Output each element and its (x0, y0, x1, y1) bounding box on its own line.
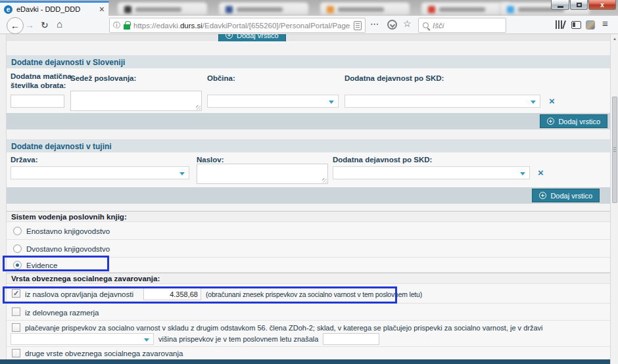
reload-button[interactable]: ↻ (41, 20, 49, 30)
sidebar-icon[interactable] (571, 21, 581, 29)
sedez-poslovanja-textarea[interactable] (70, 91, 202, 111)
window-restore-button[interactable] (570, 0, 588, 10)
section-title: Vrsta obveznega socialnega zavarovanja: (11, 275, 160, 283)
page-footer-bar (0, 359, 611, 364)
radio-dvostavno[interactable] (13, 244, 22, 253)
page-info-icon[interactable]: ⓘ (113, 20, 120, 30)
page-content: Dodaj vrstico Dodatne dejavnosti v Slove… (7, 34, 610, 364)
field-label-sedez: Sedež poslovanja: (70, 74, 136, 83)
checkbox-label[interactable]: iz delovnega razmerja (25, 309, 99, 317)
library-icon[interactable] (556, 20, 566, 30)
radio-evidence[interactable] (13, 261, 22, 269)
section-title: Dodatne dejavnosti v tujini (11, 142, 112, 151)
window-controls: x (550, 0, 616, 10)
pocket-icon[interactable] (387, 20, 397, 30)
skd-select-tujina[interactable] (333, 166, 530, 179)
checkbox-label[interactable]: iz naslova opravljanja dejavnosti (25, 290, 133, 298)
checkbox-razmerje[interactable] (12, 307, 20, 316)
scroll-up-icon[interactable]: ▲ (611, 37, 618, 41)
checkbox-label[interactable]: plačevanje prispevkov za socialno varnos… (25, 324, 543, 332)
amount-note: (obračunani znesek prispevkov za socialn… (206, 290, 422, 298)
chevron-down-icon (179, 172, 185, 175)
forward-button[interactable]: → (25, 20, 34, 30)
drzava-select[interactable] (11, 166, 189, 179)
radio-label[interactable]: Enostavno knjigovodstvo (26, 227, 110, 235)
home-button[interactable]: ⌂ (57, 20, 62, 29)
url-domain: durs.si (180, 22, 202, 30)
visina-text: višina prispevkov je v tem poslovnem let… (158, 335, 318, 343)
add-row-button-slovenia[interactable]: Dodaj vrstico (540, 114, 607, 128)
chevron-down-icon (329, 101, 334, 104)
add-row-button-tujina[interactable]: Dodaj vrstico (532, 189, 600, 202)
bookmark-star-icon[interactable]: ☆ (403, 19, 412, 28)
radio-enostavno[interactable] (13, 227, 22, 235)
radio-row-evidence: Evidence (7, 258, 610, 273)
search-bar[interactable] (418, 18, 506, 33)
radio-label[interactable]: Evidence (26, 262, 57, 269)
field-label-naslov: Naslov: (197, 155, 224, 164)
background-tab (421, 2, 511, 16)
section-header-tujina: Dodatne dejavnosti v tujini (7, 139, 610, 152)
radio-row-dvostavno: Dvostavno knjigovodstvo (7, 240, 610, 258)
tab-title: eDavki - DDD_DDD (16, 5, 95, 13)
search-icon (423, 22, 429, 28)
url-bar[interactable]: ⓘ https://edavki.durs.si/EdavkiPortal/[6… (109, 18, 366, 33)
page-left-margin (0, 34, 7, 364)
vertical-scrollbar[interactable]: ▲ (610, 34, 618, 364)
background-tab (320, 2, 410, 16)
add-row-band-tujina: Dodaj vrstico (7, 187, 610, 204)
prispevki-amount-input[interactable] (143, 288, 201, 300)
back-button[interactable]: ← (7, 17, 24, 34)
obcina-select[interactable] (207, 95, 339, 108)
skd-select-slovenia[interactable] (345, 95, 540, 108)
scrollbar-thumb[interactable] (612, 97, 617, 203)
field-label-drzava: Država: (11, 155, 38, 164)
close-icon: x (600, 1, 604, 9)
checkbox-label[interactable]: druge vrste obveznega socialnega zavarov… (25, 350, 183, 357)
url-text[interactable]: https://edavki.durs.si/EdavkiPortal/[655… (133, 22, 350, 30)
radio-label[interactable]: Dvostavno knjigovodstvo (26, 245, 110, 253)
field-label-obcina: Občina: (207, 74, 235, 83)
section-body-tujina: Država: Naslov: Dodatna dejavnost po SKD… (7, 152, 610, 187)
chevron-down-icon (531, 101, 536, 104)
back-arrow-icon: ← (11, 20, 20, 31)
reader-mode-icon[interactable] (354, 21, 362, 30)
background-tab-text (439, 7, 485, 12)
checkbox-zdoh[interactable] (12, 323, 20, 332)
lock-icon (124, 24, 130, 30)
account-avatar[interactable] (586, 20, 595, 30)
maticna-stevilka-input[interactable] (11, 95, 64, 108)
add-row-button-top[interactable]: Dodaj vrstico (218, 34, 286, 42)
checkbox-dejavnost[interactable] (12, 289, 20, 298)
add-row-label: Dodaj vrstico (550, 192, 592, 200)
page-actions-icon[interactable]: ⋯ (370, 20, 379, 29)
background-tab (218, 2, 309, 16)
section-header-books: Sistem vodenja poslovnih knjig: (7, 211, 610, 222)
browser-tab-active[interactable]: e eDavki - DDD_DDD × (0, 1, 109, 16)
delete-row-icon[interactable]: × (538, 168, 544, 177)
chevron-down-icon (520, 172, 525, 175)
window-close-button[interactable]: x (588, 0, 616, 10)
edavki-favicon-icon: e (4, 5, 12, 14)
navigation-toolbar: ← → ↻ ⌂ ⓘ https://edavki.durs.si/EdavkiP… (0, 16, 618, 34)
sklad-select[interactable] (11, 333, 154, 345)
hamburger-menu-icon[interactable]: ≡ (602, 19, 608, 28)
checkbox-row-druge: druge vrste obveznega socialnega zavarov… (7, 347, 610, 360)
add-row-band-slovenia: Dodaj vrstico (7, 113, 610, 129)
naslov-textarea[interactable] (197, 164, 328, 184)
delete-row-icon[interactable]: × (549, 97, 555, 106)
field-label-skd-tujina: Dodatna dejavnost po SKD: (333, 155, 432, 164)
visina-input[interactable] (323, 333, 379, 345)
restore-icon (577, 3, 582, 7)
section-title: Sistem vodenja poslovnih knjig: (11, 213, 127, 221)
background-tab-favicon (428, 6, 435, 13)
section-header-slovenia: Dodatne dejavnosti v Sloveniji (7, 55, 610, 68)
window-minimize-button[interactable] (551, 0, 569, 10)
field-label-maticna: Dodatna matična številka obrata: (11, 72, 73, 90)
plus-circle-icon (547, 118, 554, 125)
checkbox-druge[interactable] (12, 349, 20, 357)
tab-close-icon[interactable]: × (99, 6, 105, 12)
field-label-skd: Dodatna dejavnost po SKD: (345, 74, 444, 83)
search-input[interactable] (433, 22, 502, 30)
background-tab-text (135, 7, 181, 12)
